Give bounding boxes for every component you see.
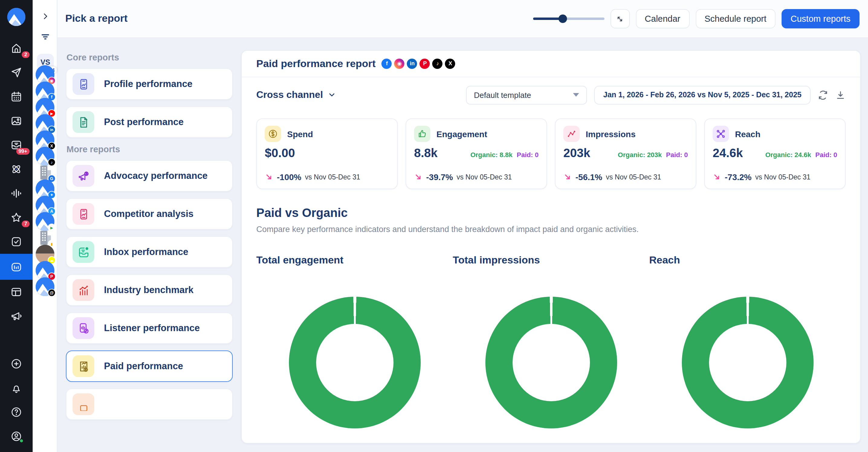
section-label: Core reports	[66, 53, 233, 62]
custom-reports-button[interactable]: Custom reports	[781, 9, 860, 28]
kpi-delta-row: -73.2%vs Nov 05-Dec 31	[713, 172, 811, 182]
filter-icon[interactable]	[40, 32, 50, 42]
report-item-paid-performance[interactable]: Paid performance	[66, 351, 233, 382]
report-item-inbox-performance[interactable]: Inbox performance	[66, 236, 233, 268]
sidebar-item-star[interactable]: 7	[0, 205, 33, 230]
online-status-dot	[19, 439, 24, 443]
kpi-network-icon	[713, 126, 729, 142]
zoom-slider-handle[interactable]	[559, 14, 567, 23]
home-icon	[10, 42, 22, 54]
kpi-value-row: 8.8kOrganic: 8.8kPaid: 0	[414, 146, 538, 160]
report-listener-icon	[72, 317, 94, 339]
sidebar-item-megaphone[interactable]	[0, 304, 33, 328]
kpi-delta: -73.2%	[725, 172, 752, 182]
help-circle-icon	[10, 406, 22, 418]
profile-avatar-bluesky[interactable]: ✦	[36, 180, 54, 198]
profile-avatar-pinterest[interactable]: P	[36, 261, 54, 280]
donut-chart-column: Reach	[649, 254, 846, 428]
sidebar-item-atom[interactable]	[0, 157, 33, 181]
report-picker-panel: Core reportsProfile performancePost perf…	[57, 38, 239, 452]
facebook-icon: f	[382, 59, 392, 69]
notification-badge: 7	[22, 220, 30, 227]
calendar-button[interactable]: Calendar	[636, 9, 689, 28]
donut-chart-column: Total impressions	[453, 254, 649, 428]
report-inbox-icon	[72, 241, 94, 263]
report-item-partial[interactable]	[66, 389, 233, 420]
sidebar-item-help-circle[interactable]	[0, 400, 33, 424]
report-item-post-performance[interactable]: Post performance	[66, 106, 233, 138]
sidebar-item-bar-chart[interactable]	[0, 254, 33, 280]
download-icon[interactable]	[835, 90, 846, 100]
donut-chart-title: Total impressions	[453, 254, 649, 266]
channel-selector[interactable]: Cross channel	[256, 90, 336, 100]
linkedin-icon: in	[407, 59, 417, 69]
profile-avatar-youtube[interactable]: ▶	[36, 98, 54, 117]
trend-down-arrow-icon	[414, 173, 423, 181]
trend-down-arrow-icon	[563, 173, 572, 181]
sidebar-item-plus-circle[interactable]	[0, 352, 33, 376]
bell-icon	[10, 382, 22, 394]
kpi-paid-value: Paid: 0	[517, 151, 538, 158]
profile-avatar-app-store[interactable]: A	[36, 196, 54, 215]
kpi-delta: -100%	[277, 172, 301, 182]
report-item-label: Advocacy performance	[104, 170, 208, 181]
report-item-competitor-analysis[interactable]: Competitor analysis	[66, 198, 233, 230]
kpi-delta-row: -39.7%vs Nov 05-Dec 31	[414, 172, 512, 182]
kpi-split: Organic: 8.8kPaid: 0	[470, 151, 538, 158]
kpi-delta: -39.7%	[426, 172, 453, 182]
sidebar-item-bell[interactable]	[0, 376, 33, 400]
template-select[interactable]: Default template	[466, 86, 587, 104]
zoom-slider[interactable]	[533, 18, 604, 20]
profile-avatar-instagram[interactable]: ◉	[36, 65, 54, 84]
sidebar-item-image[interactable]	[0, 109, 33, 133]
kpi-value: 24.6k	[713, 146, 743, 160]
profile-avatar-google-play[interactable]: ▶	[36, 212, 54, 231]
collapse-panel-chevron-icon[interactable]	[41, 12, 50, 23]
sidebar-item-layout[interactable]	[0, 280, 33, 304]
profile-avatar-facebook[interactable]: f	[36, 82, 54, 100]
profile-avatar-google-analytics[interactable]: ▮	[36, 228, 54, 247]
donut-chart	[682, 297, 813, 428]
sidebar-item-audio-wave[interactable]	[0, 181, 33, 205]
report-item-listener-performance[interactable]: Listener performance	[66, 313, 233, 344]
profile-avatar-x[interactable]: X	[36, 131, 54, 149]
donut-chart-title: Reach	[649, 254, 846, 266]
expand-button[interactable]	[610, 9, 629, 28]
report-item-label: Competitor analysis	[104, 208, 193, 219]
refresh-icon[interactable]	[818, 90, 828, 100]
kpi-scatter-icon	[563, 126, 580, 142]
profile-avatar-snapchat[interactable]: ☁	[36, 245, 54, 263]
sidebar-item-home[interactable]: 2	[0, 36, 33, 60]
sidebar-item-user-circle[interactable]	[0, 424, 33, 448]
report-item-profile-performance[interactable]: Profile performance	[66, 68, 233, 100]
kpi-label: Engagement	[436, 129, 487, 139]
kpi-split: Organic: 203kPaid: 0	[618, 151, 688, 158]
trend-down-arrow-icon	[265, 173, 273, 181]
kpi-organic-value: Organic: 24.6k	[765, 151, 811, 158]
profile-avatar-threads[interactable]: @	[36, 278, 54, 296]
schedule-report-button[interactable]: Schedule report	[695, 9, 776, 28]
kpi-thumb-icon	[414, 126, 430, 142]
kpi-header: Spend	[265, 126, 389, 142]
profile-avatar-tiktok[interactable]: ♪	[36, 147, 54, 166]
kpi-compare-period: vs Nov 05-Dec 31	[606, 173, 661, 181]
report-item-label: Inbox performance	[104, 247, 188, 257]
date-range-picker[interactable]: Jan 1, 2026 - Feb 26, 2026 vs Nov 5, 202…	[594, 86, 811, 104]
report-item-industry-benchmark[interactable]: Industry benchmark	[66, 275, 233, 306]
resize-diagonal-icon	[615, 14, 624, 23]
report-item-label: Profile performance	[104, 78, 192, 90]
threads-icon: @	[48, 289, 56, 297]
report-item-advocacy-performance[interactable]: Advocacy performance	[66, 160, 233, 192]
sidebar-item-calendar[interactable]	[0, 85, 33, 109]
report-item-label: Industry benchmark	[104, 285, 193, 295]
profile-avatar-google-business[interactable]: G	[36, 163, 54, 182]
kpi-header: Reach	[713, 126, 837, 142]
profile-avatar-linkedin[interactable]: in	[36, 114, 54, 133]
sidebar-item-inbox[interactable]: 99+	[0, 133, 33, 157]
app-logo[interactable]	[7, 8, 25, 26]
kpi-header: Impressions	[563, 126, 688, 142]
sidebar-item-send[interactable]	[0, 60, 33, 85]
send-icon	[10, 66, 22, 78]
sidebar-item-check-square[interactable]	[0, 230, 33, 254]
kpi-value-row: 203kOrganic: 203kPaid: 0	[563, 146, 688, 160]
